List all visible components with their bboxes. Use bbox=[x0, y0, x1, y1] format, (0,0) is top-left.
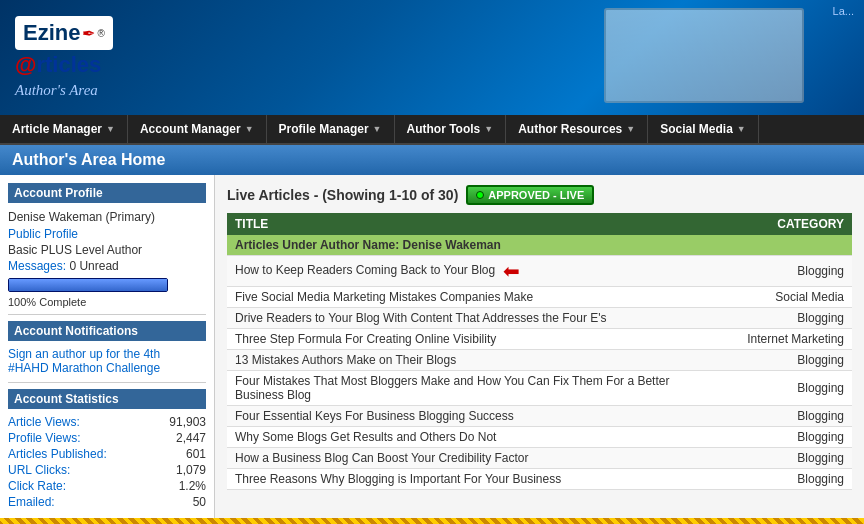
stat-label-articles-published[interactable]: Articles Published: bbox=[8, 447, 107, 461]
nav-arrow-icon: ▼ bbox=[626, 124, 635, 134]
approved-dot-icon bbox=[476, 191, 484, 199]
col-category-header: CATEGORY bbox=[722, 213, 852, 235]
progress-bar-fill bbox=[9, 279, 167, 291]
logo-registered: ® bbox=[97, 28, 104, 39]
article-title-cell: Four Mistakes That Most Bloggers Make an… bbox=[227, 371, 722, 406]
header-top-right-text: La... bbox=[833, 5, 854, 17]
nav-arrow-icon: ▼ bbox=[106, 124, 115, 134]
article-title-cell: Four Essential Keys For Business Bloggin… bbox=[227, 406, 722, 427]
nav-article-manager[interactable]: Article Manager ▼ bbox=[0, 115, 128, 143]
nav-author-tools[interactable]: Author Tools ▼ bbox=[395, 115, 507, 143]
stat-value-url-clicks: 1,079 bbox=[176, 463, 206, 477]
messages-display: Messages: 0 Unread bbox=[8, 258, 206, 274]
sidebar-divider-1 bbox=[8, 314, 206, 315]
stat-label-article-views[interactable]: Article Views: bbox=[8, 415, 80, 429]
table-row: Four Essential Keys For Business Bloggin… bbox=[227, 406, 852, 427]
nav-arrow-icon: ▼ bbox=[373, 124, 382, 134]
header: Ezine ✒ ® @rticles Author's Area La... bbox=[0, 0, 864, 115]
table-row: Drive Readers to Your Blog With Content … bbox=[227, 308, 852, 329]
stat-row-click-rate: Click Rate: 1.2% bbox=[8, 478, 206, 494]
stat-value-article-views: 91,903 bbox=[169, 415, 206, 429]
user-name-display: Denise Wakeman (Primary) bbox=[8, 208, 206, 226]
article-title-cell: Drive Readers to Your Blog With Content … bbox=[227, 308, 722, 329]
article-category-cell: Blogging bbox=[722, 350, 852, 371]
sidebar: Account Profile Denise Wakeman (Primary)… bbox=[0, 175, 215, 518]
stat-row-url-clicks: URL Clicks: 1,079 bbox=[8, 462, 206, 478]
article-category-cell: Blogging bbox=[722, 406, 852, 427]
table-row: How a Business Blog Can Boost Your Credi… bbox=[227, 448, 852, 469]
sidebar-divider-2 bbox=[8, 382, 206, 383]
article-category-cell: Social Media bbox=[722, 287, 852, 308]
notifications-section-title: Account Notifications bbox=[8, 321, 206, 341]
nav-arrow-icon: ▼ bbox=[484, 124, 493, 134]
notification-link[interactable]: Sign an author up for the 4th #HAHD Mara… bbox=[8, 346, 206, 376]
stat-row-profile-views: Profile Views: 2,447 bbox=[8, 430, 206, 446]
stat-label-url-clicks[interactable]: URL Clicks: bbox=[8, 463, 70, 477]
nav-social-media[interactable]: Social Media ▼ bbox=[648, 115, 759, 143]
stat-row-emailed: Emailed: 50 bbox=[8, 494, 206, 510]
live-articles-label: Live Articles - (Showing 1-10 of 30) bbox=[227, 187, 458, 203]
stat-value-click-rate: 1.2% bbox=[179, 479, 206, 493]
header-notebook-decoration bbox=[604, 8, 804, 103]
table-row: Why Some Blogs Get Results and Others Do… bbox=[227, 427, 852, 448]
account-profile-section-title: Account Profile bbox=[8, 183, 206, 203]
approved-badge: APPROVED - LIVE bbox=[466, 185, 594, 205]
progress-label: 100% Complete bbox=[8, 296, 206, 308]
stat-row-articles-published: Articles Published: 601 bbox=[8, 446, 206, 462]
stat-value-emailed: 50 bbox=[193, 495, 206, 509]
table-header-row: TITLE CATEGORY bbox=[227, 213, 852, 235]
authors-area-text: Author's Area bbox=[15, 82, 113, 99]
stat-row-article-views: Article Views: 91,903 bbox=[8, 414, 206, 430]
article-category-cell: Blogging bbox=[722, 256, 852, 287]
article-title-cell: How to Keep Readers Coming Back to Your … bbox=[227, 256, 722, 287]
main-layout: Account Profile Denise Wakeman (Primary)… bbox=[0, 175, 864, 518]
article-title-cell: How a Business Blog Can Boost Your Credi… bbox=[227, 448, 722, 469]
logo-pen-icon: ✒ bbox=[82, 24, 95, 43]
table-row: Four Mistakes That Most Bloggers Make an… bbox=[227, 371, 852, 406]
article-category-cell: Internet Marketing bbox=[722, 329, 852, 350]
stat-label-profile-views[interactable]: Profile Views: bbox=[8, 431, 80, 445]
article-title-cell: Why Some Blogs Get Results and Others Do… bbox=[227, 427, 722, 448]
article-title-cell: Three Step Formula For Creating Online V… bbox=[227, 329, 722, 350]
article-category-cell: Blogging bbox=[722, 427, 852, 448]
table-row: Three Reasons Why Blogging is Important … bbox=[227, 469, 852, 490]
progress-bar-container bbox=[8, 278, 168, 292]
messages-value: 0 Unread bbox=[69, 259, 118, 273]
article-title-cell: 13 Mistakes Authors Make on Their Blogs bbox=[227, 350, 722, 371]
article-category-cell: Blogging bbox=[722, 448, 852, 469]
content-area: Live Articles - (Showing 1-10 of 30) APP… bbox=[215, 175, 864, 518]
nav-author-resources[interactable]: Author Resources ▼ bbox=[506, 115, 648, 143]
article-title-cell: Three Reasons Why Blogging is Important … bbox=[227, 469, 722, 490]
articles-table: TITLE CATEGORY Articles Under Author Nam… bbox=[227, 213, 852, 490]
stat-value-articles-published: 601 bbox=[186, 447, 206, 461]
stat-value-profile-views: 2,447 bbox=[176, 431, 206, 445]
live-articles-header: Live Articles - (Showing 1-10 of 30) APP… bbox=[227, 185, 852, 205]
messages-link[interactable]: Messages: bbox=[8, 258, 66, 274]
article-category-cell: Blogging bbox=[722, 469, 852, 490]
nav-account-manager[interactable]: Account Manager ▼ bbox=[128, 115, 267, 143]
nav-profile-manager[interactable]: Profile Manager ▼ bbox=[267, 115, 395, 143]
public-profile-link[interactable]: Public Profile bbox=[8, 226, 206, 242]
table-row: Five Social Media Marketing Mistakes Com… bbox=[227, 287, 852, 308]
article-title-cell: Five Social Media Marketing Mistakes Com… bbox=[227, 287, 722, 308]
logo-articles-row: @rticles bbox=[15, 52, 113, 78]
logo-rticles: rticles bbox=[36, 52, 101, 77]
nav-arrow-icon: ▼ bbox=[737, 124, 746, 134]
article-category-cell: Blogging bbox=[722, 308, 852, 329]
logo-container: Ezine ✒ ® @rticles Author's Area bbox=[15, 16, 113, 99]
col-title-header: TITLE bbox=[227, 213, 722, 235]
table-row: How to Keep Readers Coming Back to Your … bbox=[227, 256, 852, 287]
logo-at: @ bbox=[15, 52, 36, 77]
main-nav: Article Manager ▼ Account Manager ▼ Prof… bbox=[0, 115, 864, 145]
author-name-cell: Articles Under Author Name: Denise Wakem… bbox=[227, 235, 852, 256]
table-row: Three Step Formula For Creating Online V… bbox=[227, 329, 852, 350]
stat-label-click-rate[interactable]: Click Rate: bbox=[8, 479, 66, 493]
logo-ezine-text: Ezine bbox=[23, 20, 80, 46]
page-title-bar: Author's Area Home bbox=[0, 145, 864, 175]
table-row: 13 Mistakes Authors Make on Their BlogsB… bbox=[227, 350, 852, 371]
nav-arrow-icon: ▼ bbox=[245, 124, 254, 134]
approved-badge-text: APPROVED - LIVE bbox=[488, 189, 584, 201]
stat-label-emailed[interactable]: Emailed: bbox=[8, 495, 55, 509]
author-name-row: Articles Under Author Name: Denise Wakem… bbox=[227, 235, 852, 256]
page-title: Author's Area Home bbox=[12, 151, 165, 168]
